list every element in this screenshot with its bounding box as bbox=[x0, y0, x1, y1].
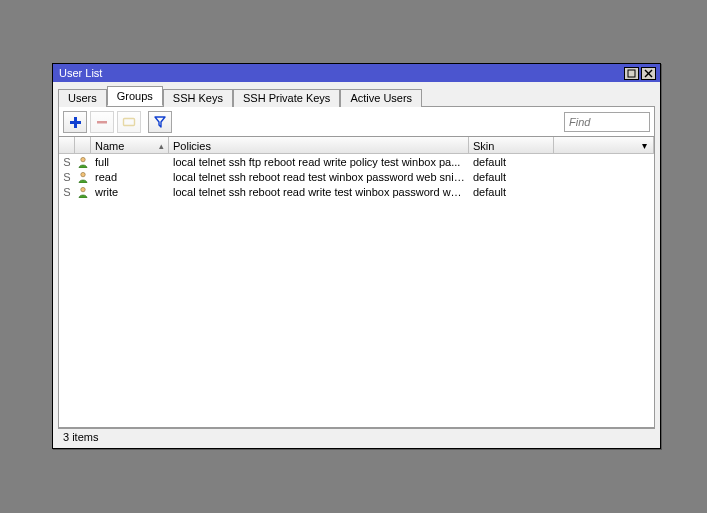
tab-ssh-keys[interactable]: SSH Keys bbox=[163, 89, 233, 107]
column-icon[interactable] bbox=[75, 137, 91, 153]
svg-point-9 bbox=[81, 187, 85, 191]
client-area: UsersGroupsSSH KeysSSH Private KeysActiv… bbox=[53, 82, 660, 448]
column-dropdown-icon: ▾ bbox=[642, 140, 647, 151]
find-input[interactable] bbox=[564, 112, 650, 132]
row-skin: default bbox=[469, 171, 554, 183]
column-policies-label: Policies bbox=[173, 140, 211, 152]
svg-rect-5 bbox=[97, 121, 107, 124]
grid-header: Name ▴ Policies Skin ▾ bbox=[59, 137, 654, 154]
grid-body[interactable]: Sfulllocal telnet ssh ftp reboot read wr… bbox=[59, 154, 654, 427]
table-row[interactable]: Swritelocal telnet ssh reboot read write… bbox=[59, 184, 654, 199]
comment-button[interactable] bbox=[117, 111, 141, 133]
column-skin[interactable]: Skin bbox=[469, 137, 554, 153]
row-name: read bbox=[91, 171, 169, 183]
svg-rect-4 bbox=[70, 121, 81, 124]
toolbar bbox=[59, 108, 654, 136]
tab-groups[interactable]: Groups bbox=[107, 86, 163, 106]
user-list-window: User List UsersGroupsSSH KeysSSH Private… bbox=[52, 63, 661, 449]
row-flag: S bbox=[59, 186, 75, 198]
sort-indicator-icon: ▴ bbox=[159, 141, 164, 151]
row-flag: S bbox=[59, 171, 75, 183]
user-icon bbox=[75, 186, 91, 198]
titlebar[interactable]: User List bbox=[53, 64, 660, 82]
row-name: full bbox=[91, 156, 169, 168]
tabstrip: UsersGroupsSSH KeysSSH Private KeysActiv… bbox=[58, 86, 655, 106]
tab-active-users[interactable]: Active Users bbox=[340, 89, 422, 107]
status-text: 3 items bbox=[63, 431, 98, 443]
user-icon bbox=[75, 156, 91, 168]
filter-button[interactable] bbox=[148, 111, 172, 133]
column-flag[interactable] bbox=[59, 137, 75, 153]
svg-rect-6 bbox=[124, 119, 135, 126]
remove-button[interactable] bbox=[90, 111, 114, 133]
user-icon bbox=[75, 171, 91, 183]
column-skin-label: Skin bbox=[473, 140, 494, 152]
row-skin: default bbox=[469, 156, 554, 168]
table-row[interactable]: Sfulllocal telnet ssh ftp reboot read wr… bbox=[59, 154, 654, 169]
status-bar: 3 items bbox=[58, 428, 655, 446]
minimize-button[interactable] bbox=[624, 67, 639, 80]
svg-point-7 bbox=[81, 157, 85, 161]
tab-users[interactable]: Users bbox=[58, 89, 107, 107]
row-flag: S bbox=[59, 156, 75, 168]
row-name: write bbox=[91, 186, 169, 198]
column-menu[interactable]: ▾ bbox=[554, 137, 654, 153]
grid: Name ▴ Policies Skin ▾ Sfulllocal telnet… bbox=[59, 136, 654, 427]
svg-rect-0 bbox=[628, 70, 635, 77]
tab-panel: Name ▴ Policies Skin ▾ Sfulllocal telnet… bbox=[58, 106, 655, 428]
row-policies: local telnet ssh reboot read test winbox… bbox=[169, 171, 469, 183]
tab-ssh-private-keys[interactable]: SSH Private Keys bbox=[233, 89, 340, 107]
column-name[interactable]: Name ▴ bbox=[91, 137, 169, 153]
row-skin: default bbox=[469, 186, 554, 198]
table-row[interactable]: Sreadlocal telnet ssh reboot read test w… bbox=[59, 169, 654, 184]
svg-point-8 bbox=[81, 172, 85, 176]
window-title: User List bbox=[59, 67, 622, 79]
column-policies[interactable]: Policies bbox=[169, 137, 469, 153]
close-button[interactable] bbox=[641, 67, 656, 80]
row-policies: local telnet ssh reboot read write test … bbox=[169, 186, 469, 198]
add-button[interactable] bbox=[63, 111, 87, 133]
column-name-label: Name bbox=[95, 140, 124, 152]
row-policies: local telnet ssh ftp reboot read write p… bbox=[169, 156, 469, 168]
